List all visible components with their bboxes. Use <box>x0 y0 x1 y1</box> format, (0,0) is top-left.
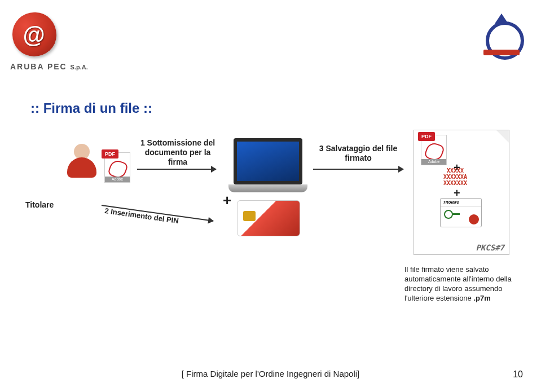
pdf-in-envelope-icon: PDF Adobe <box>421 135 443 161</box>
italian-republic-emblem <box>479 10 530 61</box>
laptop-icon <box>228 138 307 195</box>
slide-header: @ ARUBA PEC S.p.A. <box>0 0 541 90</box>
pdf-document-icon: PDF Adobe <box>104 152 129 182</box>
step2-label: 2 Inserimento del PIN <box>104 206 179 225</box>
description-body: Il file firmato viene salvato automatica… <box>404 265 512 302</box>
chip-icon <box>243 211 256 221</box>
pkcs7-envelope: PDF Adobe + XXXXX XXXXXXA XXXXXXX + Tito… <box>414 130 509 255</box>
signature-flow-diagram: Titolare PDF Adobe 1 Sottomissione del d… <box>25 138 516 324</box>
brand-text: ARUBA PEC S.p.A. <box>10 62 88 71</box>
hash-placeholder: XXXXX XXXXXXA XXXXXXX <box>443 168 467 186</box>
seal-icon <box>469 214 479 224</box>
certificate-icon: Titolare <box>440 198 482 227</box>
adobe-label: Adobe <box>105 177 130 182</box>
step3-label: 3 Salvataggio del file firmato <box>319 144 398 163</box>
page-number: 10 <box>513 369 523 380</box>
wax-seal-icon: @ <box>10 10 61 61</box>
cert-title: Titolare <box>441 199 481 206</box>
slide-footer: [ Firma Digitale per l'Ordine Ingegneri … <box>0 369 541 378</box>
description-extension: .p7m <box>473 294 490 302</box>
pdf-badge: PDF <box>102 149 118 158</box>
step1-label: 1 Sottomissione del documento per la fir… <box>138 138 217 166</box>
aruba-pec-logo: @ <box>10 10 89 61</box>
titolare-label: Titolare <box>25 200 54 209</box>
brand-name: ARUBA PEC <box>10 62 67 71</box>
arrow-step3 <box>313 169 403 170</box>
slide-title: :: Firma di un file :: <box>30 100 152 116</box>
user-icon <box>65 144 99 183</box>
smartcard-icon <box>237 200 300 236</box>
pkcs7-label: PKCS#7 <box>476 243 504 252</box>
description-text: Il file firmato viene salvato automatica… <box>404 265 517 303</box>
brand-suffix: S.p.A. <box>71 64 88 71</box>
key-icon <box>444 209 460 217</box>
arrow-step1 <box>137 169 216 170</box>
